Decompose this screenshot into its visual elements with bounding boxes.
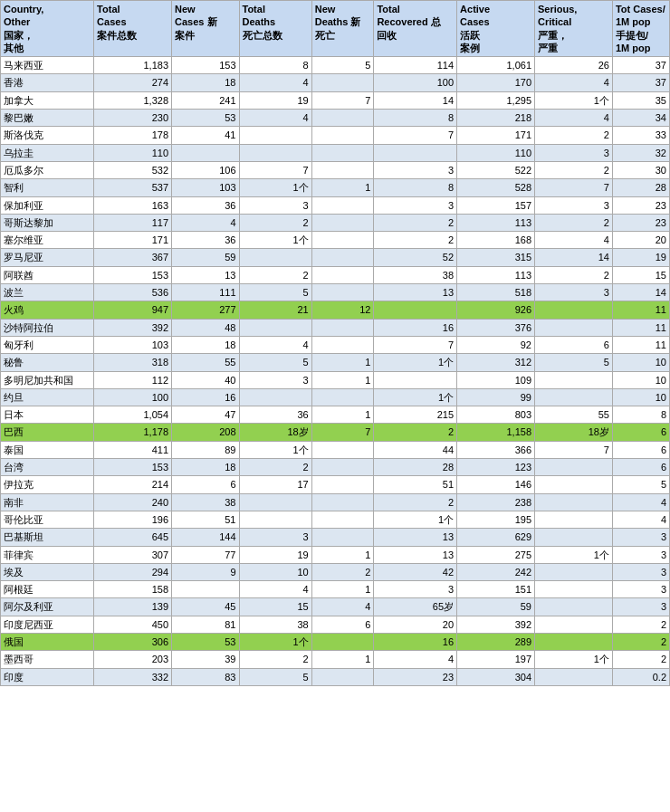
table-cell: 1 [311,651,374,668]
table-cell: 153 [94,266,172,283]
table-cell [535,598,613,616]
table-cell [374,144,457,161]
table-row: 斯洛伐克178417171233 [1,127,670,144]
table-cell: 312 [457,354,535,371]
table-cell: 53 [172,633,239,650]
table-cell [535,319,613,336]
table-cell: 14 [374,91,457,109]
table-cell: 144 [172,529,239,546]
table-cell: 306 [94,633,172,650]
table-row: 哥斯达黎加117422113223 [1,214,670,231]
table-cell: 83 [172,668,239,685]
table-cell: 4 [612,493,669,511]
table-cell: 36 [172,196,239,214]
table-cell: 13 [172,266,239,283]
table-cell: 77 [172,546,239,563]
table-cell: 4 [239,110,311,127]
table-row: 沙特阿拉伯392481637611 [1,319,670,336]
table-cell: 106 [172,161,239,178]
table-cell: 51 [374,476,457,493]
table-cell: 392 [94,319,172,336]
table-cell: 2 [374,493,457,511]
table-cell: 沙特阿拉伯 [1,319,94,336]
table-cell: 113 [457,214,535,231]
table-cell: 28 [374,459,457,476]
table-cell: 1个 [535,651,613,668]
table-row: 俄国306531个162892 [1,633,670,650]
table-cell: 2 [535,214,613,231]
table-cell: 197 [457,651,535,668]
table-row: 阿尔及利亚1394515465岁593 [1,598,670,616]
table-cell: 38 [172,493,239,511]
table-cell: 巴西 [1,424,94,441]
table-cell: 158 [94,581,172,598]
table-cell: 巴基斯坦 [1,529,94,546]
table-cell: 1,054 [94,406,172,424]
table-cell: 18岁 [535,424,613,441]
table-cell: 2 [535,127,613,144]
table-cell [535,301,613,319]
table-cell: 1个 [239,633,311,650]
table-cell: 59 [457,598,535,616]
table-cell: 6 [535,336,613,353]
table-cell: 52 [374,249,457,266]
table-cell: 2 [239,266,311,283]
table-row: 泰国411891个4436676 [1,441,670,458]
table-cell: 保加利亚 [1,196,94,214]
table-cell: 2 [612,651,669,668]
table-cell: 7 [535,441,613,458]
table-cell [239,493,311,511]
table-cell: 208 [172,424,239,441]
table-cell: 印度尼西亚 [1,616,94,633]
table-cell: 2 [612,633,669,650]
table-cell: 5 [239,284,311,301]
table-cell: 阿尔及利亚 [1,598,94,616]
table-cell: 16 [172,388,239,406]
table-cell: 1个 [374,388,457,406]
table-cell [311,529,374,546]
header-serious: Serious, Critical 严重， 严重 [535,1,613,57]
table-cell: 10 [612,388,669,406]
table-cell: 墨西哥 [1,651,94,668]
table-cell: 36 [239,406,311,424]
table-cell: 黎巴嫩 [1,110,94,127]
table-row: 香港274184100170437 [1,74,670,91]
table-cell [239,388,311,406]
table-cell: 240 [94,493,172,511]
table-cell: 6 [311,616,374,633]
table-cell: 9 [172,563,239,580]
table-cell: 536 [94,284,172,301]
table-cell: 315 [457,249,535,266]
table-cell: 阿根廷 [1,581,94,598]
table-cell: 1 [311,354,374,371]
table-cell: 1个 [535,91,613,109]
table-cell: 秘鲁 [1,354,94,371]
table-row: 厄瓜多尔53210673522230 [1,161,670,178]
table-cell: 4 [374,651,457,668]
table-cell: 1 [311,546,374,563]
table-cell: 275 [457,546,535,563]
table-cell: 23 [374,668,457,685]
table-cell: 51 [172,511,239,528]
table-cell: 3 [535,284,613,301]
table-row: 印度尼西亚45081386203922 [1,616,670,633]
table-cell [311,388,374,406]
table-cell: 42 [374,563,457,580]
table-row: 乌拉圭110110332 [1,144,670,161]
table-cell [239,127,311,144]
table-cell: 392 [457,616,535,633]
table-cell: 10 [239,563,311,580]
table-row: 墨西哥203392141971个2 [1,651,670,668]
table-cell: 215 [374,406,457,424]
table-cell: 1 [311,581,374,598]
table-cell: 947 [94,301,172,319]
table-cell [535,633,613,650]
table-cell: 33 [612,127,669,144]
table-cell: 18 [172,74,239,91]
table-cell: 7 [311,91,374,109]
table-cell: 3 [612,563,669,580]
table-cell: 7 [311,424,374,441]
table-cell: 153 [94,459,172,476]
table-cell: 4 [535,74,613,91]
table-cell: 103 [172,179,239,196]
